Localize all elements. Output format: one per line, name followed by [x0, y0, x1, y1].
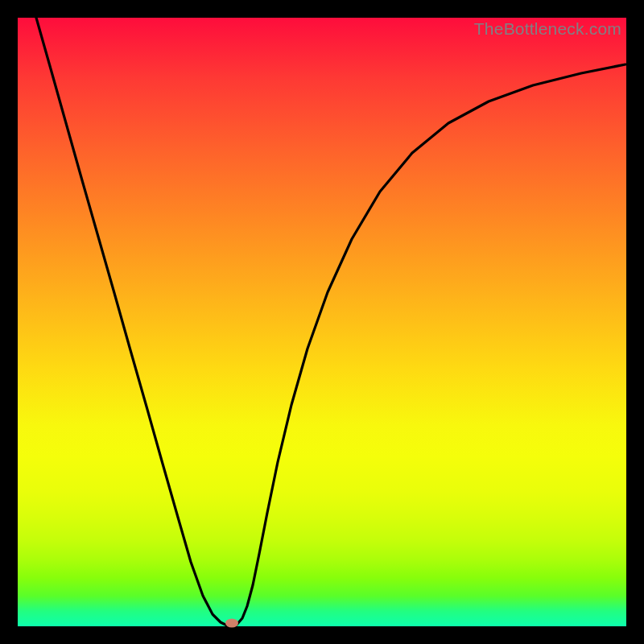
chart-curve [18, 18, 626, 626]
chart-plot-area: TheBottleneck.com [18, 18, 626, 626]
curve-minimum-marker [225, 619, 238, 628]
